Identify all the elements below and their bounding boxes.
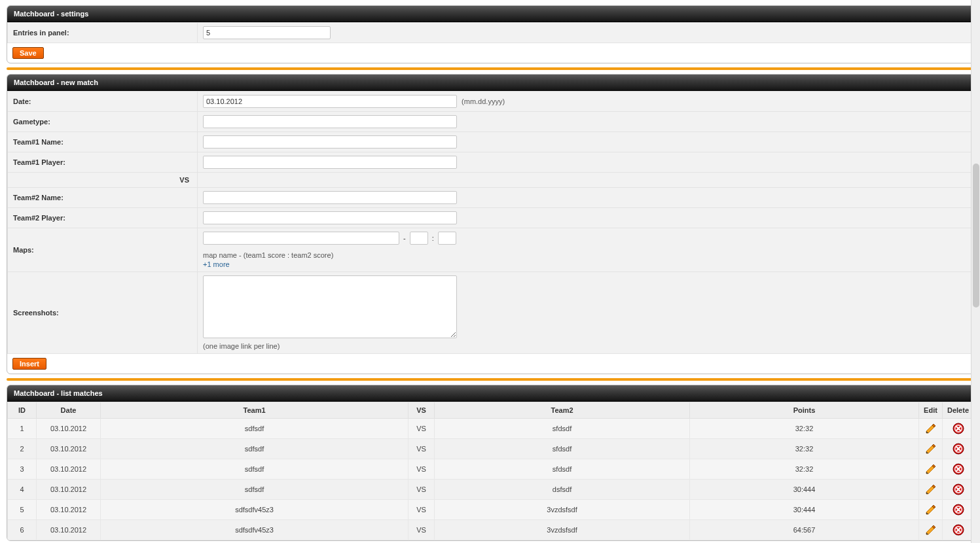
cell-team2: sfdsdf <box>435 459 690 480</box>
delete-icon <box>953 463 964 475</box>
gametype-label: Gametype: <box>8 112 198 132</box>
entries-label: Entries in panel: <box>8 23 198 43</box>
table-row: 603.10.2012sdfsdfv45z3VS3vzdsfsdf64:567 <box>8 520 974 540</box>
pencil-icon <box>925 483 937 495</box>
cell-id: 5 <box>8 500 37 520</box>
delete-button[interactable] <box>953 463 964 475</box>
pencil-icon <box>925 443 937 455</box>
vs-separator: VS <box>8 173 198 188</box>
team2-player-input[interactable] <box>203 211 457 224</box>
divider <box>7 67 975 70</box>
screenshots-label: Screenshots: <box>8 272 198 354</box>
cell-vs: VS <box>408 439 435 459</box>
maps-add-more-link[interactable]: +1 more <box>203 260 230 268</box>
pencil-icon <box>925 524 937 536</box>
team2-name-input[interactable] <box>203 191 457 204</box>
col-team1: Team1 <box>101 402 408 419</box>
cell-date: 03.10.2012 <box>37 500 101 520</box>
pencil-icon <box>925 463 937 475</box>
map-score1-input[interactable] <box>410 232 428 245</box>
cell-edit <box>919 439 943 459</box>
col-date: Date <box>37 402 101 419</box>
col-points: Points <box>690 402 919 419</box>
cell-points: 30:444 <box>690 500 919 520</box>
cell-team2: sfdsdf <box>435 439 690 459</box>
settings-header: Matchboard - settings <box>7 6 974 22</box>
scrollbar-thumb[interactable] <box>973 164 979 307</box>
delete-button[interactable] <box>953 504 964 516</box>
new-match-header: Matchboard - new match <box>7 75 974 91</box>
edit-button[interactable] <box>925 463 937 475</box>
delete-icon <box>953 524 964 536</box>
cell-team1: sdfsdf <box>101 459 408 480</box>
table-row: 103.10.2012sdfsdfVSsfdsdf32:32 <box>8 419 974 439</box>
cell-vs: VS <box>408 419 435 439</box>
map-score2-input[interactable] <box>438 232 456 245</box>
date-label: Date: <box>8 92 198 112</box>
table-row: 403.10.2012sdfsdfVSdsfsdf30:444 <box>8 480 974 500</box>
date-input[interactable] <box>203 95 457 108</box>
cell-delete <box>943 419 974 439</box>
team1-player-input[interactable] <box>203 156 457 169</box>
cell-vs: VS <box>408 520 435 540</box>
col-vs: VS <box>408 402 435 419</box>
cell-date: 03.10.2012 <box>37 439 101 459</box>
cell-date: 03.10.2012 <box>37 520 101 540</box>
col-edit: Edit <box>919 402 943 419</box>
cell-team2: 3vzdsfsdf <box>435 500 690 520</box>
col-delete: Delete <box>943 402 974 419</box>
cell-points: 32:32 <box>690 459 919 480</box>
date-hint: (mm.dd.yyyy) <box>462 97 505 105</box>
insert-button[interactable]: Insert <box>12 358 46 370</box>
screenshots-textarea[interactable] <box>203 275 457 338</box>
cell-id: 4 <box>8 480 37 500</box>
cell-delete <box>943 480 974 500</box>
cell-vs: VS <box>408 500 435 520</box>
edit-button[interactable] <box>925 504 937 516</box>
edit-button[interactable] <box>925 483 937 495</box>
cell-edit <box>919 459 943 480</box>
cell-points: 30:444 <box>690 480 919 500</box>
delete-button[interactable] <box>953 423 964 434</box>
map-name-input[interactable] <box>203 232 399 245</box>
cell-id: 1 <box>8 419 37 439</box>
pencil-icon <box>925 423 937 434</box>
edit-button[interactable] <box>925 524 937 536</box>
cell-team2: 3vzdsfsdf <box>435 520 690 540</box>
cell-date: 03.10.2012 <box>37 459 101 480</box>
delete-button[interactable] <box>953 483 964 495</box>
cell-delete <box>943 439 974 459</box>
cell-delete <box>943 459 974 480</box>
edit-button[interactable] <box>925 443 937 455</box>
cell-team1: sdfsdfv45z3 <box>101 520 408 540</box>
cell-edit <box>919 520 943 540</box>
cell-delete <box>943 520 974 540</box>
cell-edit <box>919 419 943 439</box>
settings-panel: Matchboard - settings Entries in panel: … <box>7 5 975 63</box>
maps-colon: : <box>432 234 434 242</box>
cell-vs: VS <box>408 459 435 480</box>
delete-icon <box>953 423 964 434</box>
cell-points: 64:567 <box>690 520 919 540</box>
new-match-panel: Matchboard - new match Date: (mm.dd.yyyy… <box>7 74 975 374</box>
team1-name-label: Team#1 Name: <box>8 132 198 152</box>
edit-button[interactable] <box>925 423 937 434</box>
maps-label: Maps: <box>8 228 198 272</box>
delete-button[interactable] <box>953 524 964 536</box>
gametype-input[interactable] <box>203 115 457 128</box>
col-id: ID <box>8 402 37 419</box>
table-row: 503.10.2012sdfsdfv45z3VS3vzdsfsdf30:444 <box>8 500 974 520</box>
window-scrollbar[interactable] <box>971 0 980 543</box>
team1-name-input[interactable] <box>203 135 457 149</box>
delete-icon <box>953 483 964 495</box>
delete-button[interactable] <box>953 443 964 455</box>
screenshots-hint: (one image link per line) <box>203 342 968 350</box>
cell-team2: dsfsdf <box>435 480 690 500</box>
cell-date: 03.10.2012 <box>37 480 101 500</box>
cell-team1: sdfsdf <box>101 439 408 459</box>
cell-delete <box>943 500 974 520</box>
cell-points: 32:32 <box>690 419 919 439</box>
save-button[interactable]: Save <box>12 47 44 59</box>
team1-player-label: Team#1 Player: <box>8 152 198 173</box>
entries-input[interactable] <box>203 26 331 39</box>
